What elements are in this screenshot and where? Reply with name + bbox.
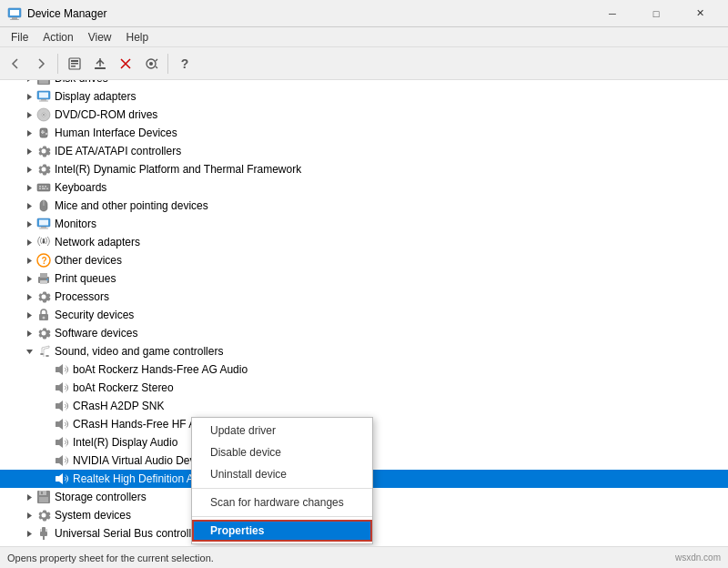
svg-rect-38	[39, 80, 48, 84]
context-menu-item-update[interactable]: Update driver	[192, 420, 372, 441]
expander-system[interactable]	[22, 508, 36, 522]
svg-rect-43	[39, 101, 48, 102]
svg-rect-3	[10, 19, 19, 20]
expander-intel[interactable]	[22, 162, 36, 177]
expander-storage[interactable]	[22, 490, 36, 504]
tree-item-dvd[interactable]: DVD/CD-ROM drives	[0, 106, 728, 124]
expander-processors[interactable]	[22, 289, 36, 304]
item-icon-print	[36, 271, 51, 286]
svg-rect-92	[56, 367, 59, 372]
svg-rect-108	[40, 532, 47, 536]
tree-item-sound-boat2[interactable]: boAt Rockerz Stereo	[0, 379, 728, 397]
svg-marker-89	[26, 350, 33, 354]
item-label-processors: Processors	[55, 290, 109, 303]
context-menu-item-scan[interactable]: Scan for hardware changes	[192, 492, 372, 513]
expander-dvd[interactable]	[22, 107, 36, 122]
tree-item-security[interactable]: Security devices	[0, 306, 728, 324]
expander-mice[interactable]	[22, 198, 36, 213]
item-icon-sound-boat1	[55, 362, 69, 377]
close-button[interactable]: ✕	[679, 0, 721, 27]
svg-rect-42	[41, 99, 46, 101]
forward-button[interactable]	[29, 52, 53, 76]
back-button[interactable]	[4, 52, 27, 76]
item-label-print: Print queues	[55, 272, 116, 285]
tree-item-sound-boat1[interactable]: boAt Rockerz Hands-Free AG Audio	[0, 360, 728, 379]
expander-other[interactable]	[22, 253, 36, 268]
expander-software[interactable]	[22, 326, 36, 340]
svg-rect-71	[39, 228, 48, 229]
tree-item-mice[interactable]: Mice and other pointing devices	[0, 197, 728, 215]
scan-changes-button[interactable]	[139, 52, 163, 76]
uninstall-button[interactable]	[114, 52, 137, 76]
item-icon-mice	[36, 198, 51, 213]
item-icon-sound	[36, 344, 51, 359]
app-icon	[7, 6, 22, 21]
expander-display[interactable]	[22, 89, 36, 104]
expander-sound[interactable]	[22, 344, 36, 359]
expander-disk[interactable]	[22, 80, 36, 86]
context-menu-item-disable[interactable]: Disable device	[192, 441, 372, 463]
item-label-software: Software devices	[55, 327, 137, 340]
svg-text:?: ?	[42, 256, 47, 266]
item-label-other: Other devices	[55, 254, 122, 267]
item-icon-sound-nvidia	[55, 453, 69, 468]
svg-rect-80	[40, 280, 47, 284]
update-driver-button[interactable]	[88, 52, 112, 76]
tree-item-display[interactable]: Display adapters	[0, 87, 728, 106]
tree-item-processors[interactable]: Processors	[0, 288, 728, 306]
tree-item-intel[interactable]: Intel(R) Dynamic Platform and Thermal Fr…	[0, 160, 728, 178]
svg-rect-6	[71, 63, 78, 65]
context-menu-separator-sep1	[192, 488, 372, 489]
svg-rect-41	[39, 93, 48, 98]
menu-view[interactable]: View	[81, 29, 119, 46]
expander-sound-intel	[40, 435, 55, 450]
item-icon-hid	[36, 126, 51, 140]
tree-item-hid[interactable]: Human Interface Devices	[0, 124, 728, 142]
context-menu-item-properties[interactable]: Properties	[192, 520, 372, 542]
expander-usb[interactable]	[22, 526, 36, 541]
expander-security[interactable]	[22, 308, 36, 322]
item-icon-sound-boat2	[55, 380, 69, 395]
svg-marker-74	[27, 258, 32, 264]
expander-monitors[interactable]	[22, 217, 36, 231]
expander-hid[interactable]	[22, 126, 36, 140]
svg-marker-82	[27, 294, 32, 300]
watermark: wsxdn.com	[675, 553, 721, 563]
help-button[interactable]: ?	[173, 52, 197, 76]
expander-sound-realtek	[40, 472, 55, 486]
minimize-button[interactable]: ─	[592, 0, 633, 27]
tree-item-monitors[interactable]: Monitors	[0, 215, 728, 233]
menu-help[interactable]: Help	[119, 29, 157, 46]
tree-item-sound[interactable]: Sound, video and game controllers	[0, 342, 728, 360]
expander-ide[interactable]	[22, 144, 36, 158]
expander-sound-boat2	[40, 380, 55, 395]
menu-file[interactable]: File	[4, 29, 35, 46]
tree-item-sound-crash1[interactable]: CRasH A2DP SNK	[0, 397, 728, 415]
svg-marker-67	[27, 221, 32, 228]
tree-item-keyboards[interactable]: Keyboards	[0, 178, 728, 197]
menu-action[interactable]: Action	[35, 29, 80, 46]
context-menu-item-uninstall[interactable]: Uninstall device	[192, 463, 372, 485]
svg-rect-62	[39, 188, 41, 190]
context-menu-separator-sep2	[192, 516, 372, 517]
tree-item-print[interactable]: Print queues	[0, 269, 728, 288]
properties-button[interactable]	[63, 52, 86, 76]
maximize-button[interactable]: □	[635, 0, 677, 27]
tree-item-other[interactable]: ?Other devices	[0, 251, 728, 269]
tree-item-ide[interactable]: IDE ATA/ATAPI controllers	[0, 142, 728, 160]
window-title: Device Manager	[27, 7, 592, 20]
context-menu: Update driverDisable deviceUninstall dev…	[191, 417, 373, 544]
item-icon-dvd	[36, 107, 51, 122]
svg-rect-63	[42, 188, 46, 190]
svg-rect-79	[40, 273, 47, 278]
expander-print[interactable]	[22, 271, 36, 286]
tree-item-network[interactable]: Network adapters	[0, 233, 728, 251]
tree-item-software[interactable]: Software devices	[0, 324, 728, 342]
window-controls: ─ □ ✕	[592, 0, 721, 27]
svg-rect-69	[39, 220, 48, 226]
item-icon-disk	[36, 80, 51, 86]
expander-keyboards[interactable]	[22, 180, 36, 195]
expander-network[interactable]	[22, 235, 36, 249]
tree-item-disk[interactable]: Disk drives	[0, 80, 728, 87]
item-label-sound-boat1: boAt Rockerz Hands-Free AG Audio	[73, 363, 248, 376]
